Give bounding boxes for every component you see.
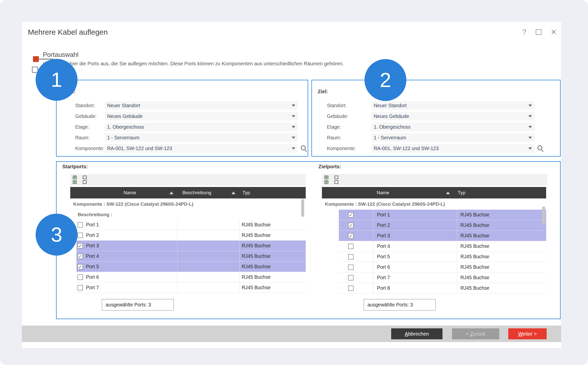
chevron-down-icon <box>528 137 532 139</box>
close-icon[interactable]: × <box>551 28 556 36</box>
dropdown-standort[interactable]: Neuer Standort <box>105 101 298 110</box>
port-description-cell <box>177 220 239 230</box>
port-checkbox[interactable]: ✓ <box>77 264 83 270</box>
port-type-cell: RJ45 Buchse <box>457 262 546 272</box>
port-checkbox[interactable] <box>77 222 83 228</box>
startports-label: Startports: <box>62 164 88 170</box>
search-icon[interactable] <box>300 145 307 152</box>
port-checkbox[interactable] <box>348 285 354 291</box>
field-label: Gebäude: <box>75 113 105 119</box>
port-name: Port 2 <box>86 232 99 238</box>
dropdown-value: 1. Obergeschoss <box>371 124 410 130</box>
dropdown-geb-ude[interactable]: Neues Gebäude <box>105 112 298 120</box>
port-checkbox[interactable] <box>77 285 83 290</box>
port-name-cell: Port 3 <box>373 231 457 241</box>
footer-bar: Abbrechen< ZurückWeiter > <box>22 326 561 342</box>
port-checkbox[interactable]: ✓ <box>77 243 83 249</box>
zielports-table-header: Name Typ <box>322 187 546 198</box>
port-name: Port 6 <box>86 274 99 280</box>
zielports-scrollbar[interactable] <box>542 206 545 225</box>
checkbox-cell <box>339 252 373 262</box>
port-checkbox[interactable]: ✓ <box>348 223 354 228</box>
select-all-ports-icon[interactable] <box>73 176 77 184</box>
port-type-cell: RJ45 Buchse <box>239 262 306 272</box>
deselect-all-ports-icon[interactable] <box>334 176 338 184</box>
chevron-down-icon <box>528 115 532 117</box>
port-description-cell <box>177 272 239 282</box>
next-button[interactable]: Weiter > <box>508 328 547 339</box>
port-name-cell: Port 5 <box>373 252 457 262</box>
cancel-button[interactable]: Abbrechen <box>391 328 442 339</box>
dropdown-komponente[interactable]: RA-001, SW-122 und SW-123 <box>371 144 534 153</box>
sort-asc-icon <box>231 191 235 194</box>
checkbox-cell: ✓Port 5 <box>76 262 177 272</box>
zielports-toolbar <box>322 174 547 185</box>
startports-toolbar <box>70 174 306 185</box>
header-beschreibung-column[interactable]: Beschreibung <box>177 187 239 198</box>
sort-asc-icon <box>446 191 450 194</box>
deselect-all-ports-icon[interactable] <box>83 176 87 184</box>
port-checkbox[interactable]: ✓ <box>348 212 354 218</box>
select-all-ports-icon[interactable] <box>324 176 328 184</box>
startports-scrollbar[interactable] <box>301 199 304 217</box>
port-checkbox[interactable] <box>348 254 354 260</box>
help-icon[interactable]: ? <box>522 28 526 36</box>
header-typ-column[interactable]: Typ <box>239 187 306 198</box>
dropdown-komponente[interactable]: RA-001, SW-122 und SW-123 <box>105 144 298 153</box>
dropdown-etage[interactable]: 1. Obergeschoss <box>371 123 534 131</box>
port-name: Port 7 <box>86 285 99 290</box>
port-type-cell: RJ45 Buchse <box>239 251 306 261</box>
port-row-port-2[interactable]: Port 2RJ45 Buchse <box>76 230 306 241</box>
port-checkbox[interactable]: ✓ <box>77 254 83 259</box>
header-name-column[interactable]: Name <box>82 187 177 198</box>
port-checkbox[interactable] <box>77 274 83 280</box>
field-label: Standort: <box>327 103 371 108</box>
port-row-port-6[interactable]: Port 6RJ45 Buchse <box>339 262 546 273</box>
port-row-port-5[interactable]: ✓Port 5RJ45 Buchse <box>76 262 306 272</box>
port-row-port-7[interactable]: Port 7RJ45 Buchse <box>76 282 306 293</box>
port-type-cell: RJ45 Buchse <box>457 210 546 220</box>
dropdown-etage[interactable]: 1. Obergeschoss <box>105 123 298 131</box>
port-row-port-3[interactable]: ✓Port 3RJ45 Buchse <box>76 241 306 251</box>
port-description-cell <box>177 241 239 251</box>
port-row-port-1[interactable]: Port 1RJ45 Buchse <box>76 220 306 230</box>
checkbox-cell <box>339 241 373 251</box>
header-typ-column[interactable]: Typ <box>454 187 546 198</box>
ziel-location-panel: Ziel: Standort:Neuer StandortGebäude:Neu… <box>311 80 561 157</box>
search-icon[interactable] <box>537 145 544 152</box>
dropdown-geb-ude[interactable]: Neues Gebäude <box>371 112 534 120</box>
port-checkbox[interactable] <box>348 265 354 270</box>
port-row-port-8[interactable]: Port 8RJ45 Buchse <box>339 283 546 293</box>
header-name-column[interactable]: Name <box>373 187 454 198</box>
dropdown-raum[interactable]: 1 - Serverraum <box>105 133 298 142</box>
port-name-cell: Port 2 <box>373 220 457 230</box>
port-row-port-3[interactable]: ✓Port 3RJ45 Buchse <box>339 231 546 241</box>
port-name-cell: Port 7 <box>373 273 457 283</box>
port-row-port-1[interactable]: ✓Port 1RJ45 Buchse <box>339 210 546 220</box>
port-checkbox[interactable] <box>77 233 83 238</box>
dropdown-standort[interactable]: Neuer Standort <box>371 101 534 110</box>
zielports-label: Zielports: <box>318 164 341 170</box>
dropdown-value: Neuer Standort <box>371 103 407 108</box>
port-row-port-2[interactable]: ✓Port 2RJ45 Buchse <box>339 220 546 231</box>
port-row-port-6[interactable]: Port 6RJ45 Buchse <box>76 272 306 282</box>
port-checkbox[interactable]: ✓ <box>348 233 354 239</box>
start-location-panel: Start: Standort:Neuer StandortGebäude:Ne… <box>56 80 308 157</box>
field-row-standort: Standort:Neuer Standort <box>312 101 560 110</box>
page-description: Wählen Sie hier die Ports aus, die Sie a… <box>43 61 344 67</box>
port-type-cell: RJ45 Buchse <box>457 283 546 293</box>
port-description-cell <box>177 262 239 272</box>
checkbox-cell <box>339 273 373 283</box>
checkbox-cell: Port 1 <box>76 220 177 230</box>
port-checkbox[interactable] <box>348 244 354 249</box>
port-row-port-5[interactable]: Port 5RJ45 Buchse <box>339 252 546 262</box>
maximize-icon[interactable] <box>536 29 541 35</box>
port-row-port-4[interactable]: Port 4RJ45 Buchse <box>339 241 546 252</box>
port-row-port-7[interactable]: Port 7RJ45 Buchse <box>339 273 546 283</box>
field-label: Komponente: <box>75 146 105 151</box>
port-row-port-4[interactable]: ✓Port 4RJ45 Buchse <box>76 251 306 262</box>
dropdown-raum[interactable]: 1 - Serverraum <box>371 133 534 142</box>
component-group-row: Komponente : SW-122 (Cisco Catalyst 2960… <box>70 198 306 210</box>
screenshot-background: Mehrere Kabel auflegen ? × Portauswahl W… <box>0 0 588 365</box>
port-checkbox[interactable] <box>348 275 354 280</box>
